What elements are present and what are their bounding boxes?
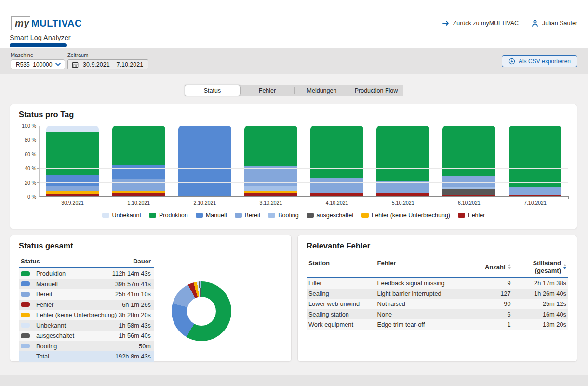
- stacked-bar: [376, 126, 429, 196]
- status-row-label-group: Fehler: [21, 301, 53, 308]
- bar-segment-unbekannt: [46, 126, 99, 132]
- bar-group-4.10.2021: [304, 126, 370, 196]
- status-row-unbekannt: Unbekannt1h 58m 43s: [19, 320, 154, 331]
- status-swatch-produktion: [21, 271, 30, 276]
- x-axis-tick: [502, 196, 502, 199]
- bar-group-30.9.2021: [40, 126, 106, 196]
- error-downtime: 16m 40s: [511, 311, 568, 318]
- error-name: Not raised: [377, 300, 477, 307]
- legend-swatch-booting: [268, 213, 275, 218]
- bar-segment-ausgeschaltet: [442, 189, 495, 195]
- machine-label: Maschine: [11, 52, 65, 58]
- bar-segment-manuell: [112, 165, 165, 179]
- status-row-total: Total192h 8m 43s: [19, 351, 154, 362]
- bar-segment-fehler: [376, 193, 429, 196]
- error-downtime: 1h 26m 40s: [511, 290, 568, 297]
- gridline: [40, 168, 568, 169]
- legend-item-ausgeschaltet: ausgeschaltet: [307, 212, 354, 219]
- gridline: [40, 182, 568, 183]
- bar-segment-produktion: [112, 126, 165, 165]
- chevron-down-icon: [55, 63, 61, 66]
- legend-label: Unbekannt: [112, 212, 141, 219]
- status-row-ausgeschaltet: ausgeschaltet1h 56m 40s: [19, 331, 154, 341]
- error-name: Feedback signal missing: [377, 279, 477, 287]
- bar-group-6.10.2021: [436, 126, 502, 196]
- stacked-bar: [509, 126, 562, 196]
- x-axis-label: 6.10.2021: [436, 200, 502, 206]
- relevant-errors-title: Relevante Fehler: [307, 241, 568, 250]
- status-row-label: Bereit: [36, 290, 52, 298]
- error-station: Work equipment: [307, 321, 377, 328]
- anzahl-column-header[interactable]: Anzahl: [477, 260, 511, 274]
- error-name: Light barrier interrupted: [377, 290, 477, 297]
- donut-hole: [187, 297, 216, 326]
- bar-segment-fehler: [310, 193, 363, 196]
- tab-meldungen[interactable]: Meldungen: [294, 85, 349, 96]
- anzahl-header-label: Anzahl: [485, 263, 506, 271]
- legend-label: Produktion: [159, 212, 188, 219]
- y-axis-tick-label: 60 %: [25, 152, 36, 157]
- x-axis-tick: [568, 196, 569, 199]
- machine-select[interactable]: R535_100000: [11, 59, 65, 69]
- back-to-mymultivac-link[interactable]: Zurück zu myMULTIVAC: [442, 19, 519, 27]
- filter-bar: Maschine R535_100000 Zeitraum 30.9.2021 …: [0, 48, 588, 74]
- status-row-duration: 50m: [139, 343, 151, 350]
- tab-fehler[interactable]: Fehler: [240, 85, 294, 96]
- mymultivac-logo[interactable]: my MULTIVAC: [11, 16, 82, 30]
- bar-segment-fehler: [442, 195, 495, 196]
- bar-group-5.10.2021: [370, 126, 436, 196]
- period-value: 30.9.2021 – 7.10.2021: [83, 61, 143, 68]
- footer-strip: [0, 375, 588, 386]
- bar-group-7.10.2021: [502, 126, 568, 196]
- error-row: Lower web unwindNot raised9025m 12s: [307, 299, 568, 309]
- total-duration: 192h 8m 43s: [115, 353, 151, 360]
- legend-label: Fehler (keine Unterbrechung): [372, 212, 450, 219]
- error-station: Lower web unwind: [307, 300, 377, 307]
- bar-segment-produktion: [509, 126, 562, 187]
- nav-tab-active-underline: [10, 43, 67, 47]
- status-table-header: Status Dauer: [19, 256, 154, 268]
- user-menu[interactable]: Julian Sauter: [531, 19, 577, 27]
- tab-status[interactable]: Status: [185, 85, 240, 96]
- total-label: Total: [21, 353, 49, 360]
- view-tabs: StatusFehlerMeldungenProduction Flow: [185, 85, 403, 96]
- sort-icon-stillstand-desc[interactable]: [563, 264, 566, 269]
- stacked-bar: [46, 126, 99, 196]
- bar-segment-produktion: [244, 126, 297, 166]
- error-downtime: 25m 12s: [511, 300, 568, 307]
- status-row-duration: 6h 1m 26s: [122, 301, 151, 308]
- status-row-duration: 25h 41m 10s: [115, 290, 151, 298]
- arrow-right-icon: [442, 19, 450, 27]
- status-row-label-group: Manuell: [21, 280, 58, 288]
- stacked-bar: [442, 126, 495, 196]
- legend-swatch-unbekannt: [102, 213, 109, 218]
- status-total-title: Status gesamt: [19, 241, 282, 250]
- status-row-label-group: Unbekannt: [21, 322, 66, 329]
- tab-production-flow[interactable]: Production Flow: [349, 85, 403, 96]
- user-name: Julian Sauter: [542, 20, 577, 27]
- fehler-column-header: Fehler: [377, 260, 477, 274]
- legend-label: Fehler: [468, 212, 485, 219]
- bar-segment-produktion: [376, 126, 429, 181]
- bar-group-2.10.2021: [172, 126, 238, 196]
- x-axis-labels: 30.9.20211.10.20212.10.20213.10.20214.10…: [40, 200, 568, 206]
- nav-tab-smart-log-analyzer[interactable]: Smart Log Analyzer: [10, 34, 71, 41]
- stillstand-column-header[interactable]: Stillstand (gesamt): [511, 260, 568, 274]
- errors-table: Station Fehler Anzahl Stillstand (gesamt…: [307, 258, 568, 330]
- bar-segment-manuell: [46, 175, 99, 186]
- export-csv-button[interactable]: Als CSV exportieren: [502, 55, 577, 67]
- status-row-label: Fehler: [36, 301, 53, 308]
- status-row-booting: Booting50m: [19, 341, 154, 352]
- y-axis: 0 %20 %40 %60 %80 %100 %: [19, 126, 39, 197]
- error-station: Sealing: [307, 290, 377, 297]
- download-icon: [508, 58, 515, 65]
- status-row-duration: 1h 58m 43s: [119, 322, 151, 329]
- legend-swatch-fehler_ku: [361, 213, 369, 218]
- error-count: 1: [477, 321, 511, 328]
- legend-item-fehler: Fehler: [458, 212, 485, 219]
- period-date-range-field[interactable]: 30.9.2021 – 7.10.2021: [67, 59, 148, 69]
- period-label: Zeitraum: [67, 52, 148, 58]
- status-total-table: Status Dauer Produktion112h 14m 43sManue…: [19, 256, 154, 362]
- status-row-bereit: Bereit25h 41m 10s: [19, 289, 154, 300]
- gridline: [40, 154, 568, 154]
